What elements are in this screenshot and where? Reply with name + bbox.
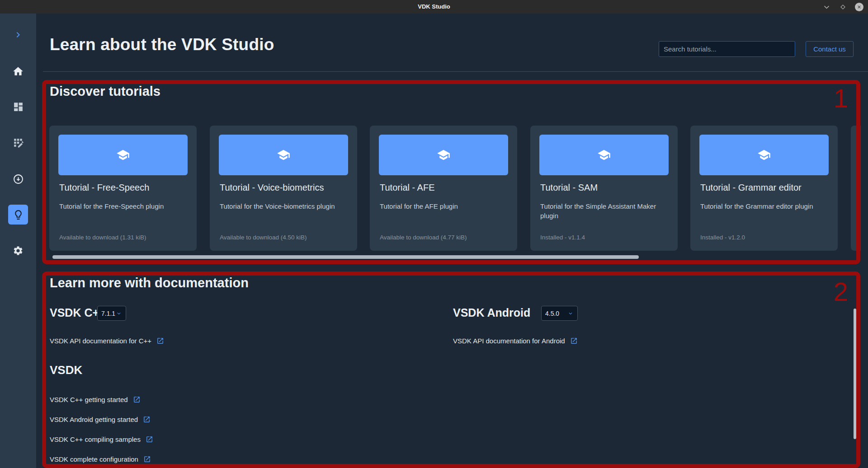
external-link-icon [143,455,151,463]
tutorial-description: Tutorial for the AFE plugin [380,201,508,211]
horizontal-scrollbar[interactable] [52,255,639,259]
page-title: Learn about the VDK Studio [50,35,274,54]
external-link-icon [143,416,151,423]
tutorial-description: Tutorial for the Voice-biometrics plugin [220,201,348,211]
external-link-icon [133,396,141,403]
tutorial-card[interactable]: Tutorial - Grammar editor Tutorial for t… [690,126,838,251]
grid-edit-icon [13,137,24,149]
tutorial-status: Available to download (1.31 kiB) [59,234,146,241]
tutorial-cards-row: Tutorial - Free-Speech Tutorial for the … [36,126,861,251]
close-icon[interactable] [854,2,863,11]
tutorial-description: Tutorial for the Simple Assistant Maker … [540,201,669,220]
tutorial-card[interactable]: Tutorial - Free-Speech Tutorial for the … [49,126,197,251]
tutorial-status: Installed - v1.1.4 [540,234,585,241]
sidebar-item-home[interactable] [0,66,36,77]
header-divider [43,71,868,72]
chevron-down-icon [567,310,574,317]
tutorial-card[interactable]: Tutorial - SAM Tutorial for the Simple A… [530,126,678,251]
window-title: VDK Studio [0,0,868,14]
tutorial-card-partial[interactable] [851,126,861,251]
sidebar-item-settings[interactable] [0,245,36,256]
tutorial-status: Available to download (4.50 kiB) [220,234,307,241]
tutorial-banner [219,135,348,175]
documentation-heading: Learn more with documentation [50,276,249,290]
tutorial-title: Tutorial - SAM [540,183,598,193]
vsdk-section-heading: VSDK [50,363,82,377]
doc-link-cpp-getting-started[interactable]: VSDK C++ getting started [50,396,141,403]
sidebar-item-dashboard[interactable] [0,101,36,112]
tutorial-status: Installed - v1.2.0 [700,234,745,241]
doc-link-complete-configuration[interactable]: VSDK complete configuration [50,455,151,463]
tutorial-description: Tutorial for the Free-Speech plugin [59,201,188,211]
window-controls [822,0,863,14]
sidebar-item-downloads[interactable] [0,173,36,185]
external-link-icon [156,337,164,345]
graduation-cap-icon [757,148,771,162]
doc-link-cpp-compiling-samples[interactable]: VSDK C++ compiling samples [50,435,153,443]
annotation-box-2: 2 [42,271,860,468]
sidebar-expand-button[interactable] [0,29,36,40]
download-icon [13,173,24,185]
tutorial-banner [539,135,669,175]
sidebar [0,14,36,468]
graduation-cap-icon [437,148,450,162]
tutorials-heading: Discover tutorials [50,84,160,99]
vertical-scrollbar[interactable] [854,309,856,439]
doc-link-android-getting-started[interactable]: VSDK Android getting started [50,416,151,423]
graduation-cap-icon [277,148,290,162]
gear-icon [13,245,24,256]
vsdk-android-heading: VSDK Android [453,306,530,319]
tutorial-title: Tutorial - Grammar editor [700,183,802,193]
annotation-number-2: 2 [834,278,848,306]
home-icon [12,66,24,77]
vsdk-cpp-version-dropdown[interactable]: 7.1.1 [97,306,126,321]
annotation-number-1: 1 [834,85,848,112]
chevron-down-icon [116,310,122,317]
tutorial-banner [699,135,829,175]
vsdk-android-version-dropdown[interactable]: 4.5.0 [541,306,578,321]
graduation-cap-icon [597,148,611,162]
tutorial-banner [58,135,188,175]
maximize-diamond-icon[interactable] [838,2,847,11]
tutorial-title: Tutorial - AFE [380,183,435,193]
vsdk-android-version-value: 4.5.0 [545,310,559,317]
tutorial-status: Available to download (4.77 kiB) [380,234,467,241]
app-window: VDK Studio [0,0,868,468]
contact-us-button[interactable]: Contact us [806,41,854,57]
titlebar: VDK Studio [0,0,868,14]
tutorial-description: Tutorial for the Grammar editor plugin [700,201,829,211]
doc-link-api-cpp[interactable]: VSDK API documentation for C++ [50,337,164,345]
minimize-chevron-icon[interactable] [822,2,831,11]
graduation-cap-icon [116,148,130,162]
doc-link-api-android[interactable]: VSDK API documentation for Android [453,337,578,345]
external-link-icon [146,435,153,443]
tutorial-title: Tutorial - Free-Speech [59,183,149,193]
lightbulb-icon [13,209,24,220]
tutorial-card[interactable]: Tutorial - AFE Tutorial for the AFE plug… [370,126,517,251]
tutorial-title: Tutorial - Voice-biometrics [220,183,324,193]
tutorial-card[interactable]: Tutorial - Voice-biometrics Tutorial for… [210,126,357,251]
sidebar-item-learn-selected[interactable] [8,205,28,225]
search-input[interactable] [659,41,795,57]
sidebar-item-projects[interactable] [0,137,36,149]
external-link-icon [570,337,578,345]
vsdk-cpp-version-value: 7.1.1 [101,310,115,317]
dashboard-icon [13,101,24,112]
tutorial-banner [379,135,508,175]
